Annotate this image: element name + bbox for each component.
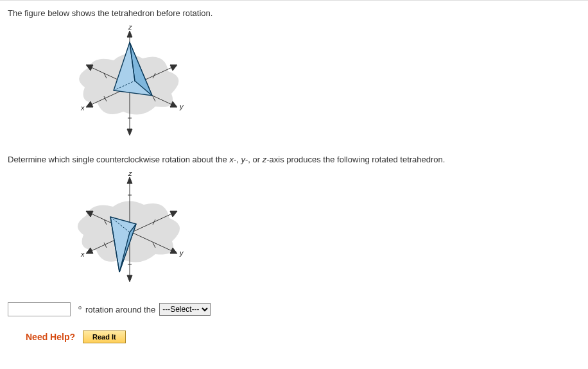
axis-label-z: z [128, 23, 132, 31]
figure-after: z y x [65, 169, 580, 293]
svg-marker-20 [127, 177, 132, 184]
question-prefix: Determine which single counterclockwise … [8, 155, 229, 164]
degree-symbol: o [78, 304, 82, 311]
need-help-label: Need Help? [26, 332, 75, 342]
axis-label-x: x [80, 104, 85, 112]
question-container: The figure below shows the tetrahedron b… [0, 0, 588, 356]
axis-label-y-2: y [179, 249, 184, 257]
axis-label-x-2: x [80, 250, 85, 258]
angle-input[interactable] [8, 302, 71, 316]
tetrahedron-before-svg: z y x [65, 23, 194, 145]
svg-marker-27 [170, 211, 177, 217]
svg-marker-8 [170, 65, 177, 71]
read-it-button[interactable]: Read It [83, 330, 126, 343]
axis-select[interactable]: ---Select--- [159, 303, 211, 316]
axis-label-z-2: z [128, 169, 132, 177]
rotation-text: rotation around the [85, 305, 155, 314]
axis-label-y: y [179, 103, 184, 110]
svg-marker-1 [127, 31, 132, 37]
help-row: Need Help? Read It [26, 330, 580, 343]
answer-row: o rotation around the ---Select--- [8, 302, 580, 316]
sep-2: -, or [245, 155, 263, 164]
svg-marker-21 [127, 275, 132, 282]
question-suffix: -axis produces the following rotated tet… [266, 155, 445, 164]
svg-marker-2 [127, 129, 132, 135]
sep-1: -, [234, 155, 241, 164]
figure-before: z y x [65, 23, 580, 147]
tetrahedron-after-svg: z y x [65, 169, 194, 291]
intro-text: The figure below shows the tetrahedron b… [8, 8, 580, 18]
question-text: Determine which single counterclockwise … [8, 155, 580, 164]
